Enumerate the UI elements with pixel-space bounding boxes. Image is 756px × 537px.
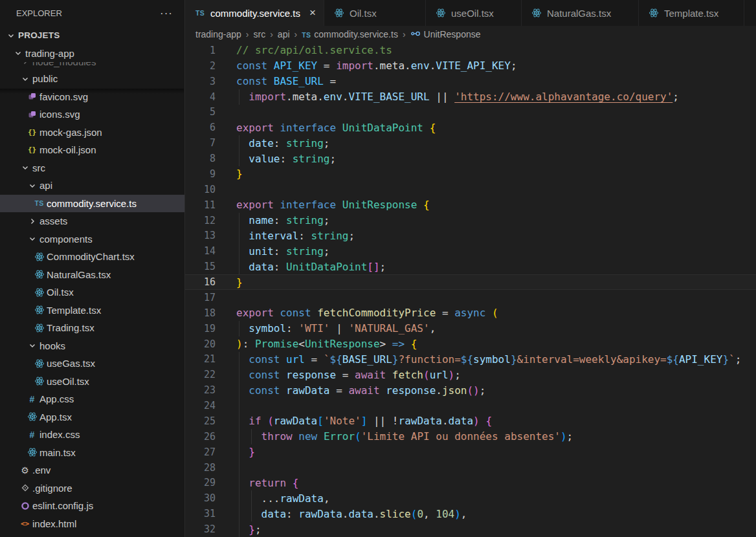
line-number-31[interactable]: 31 (185, 508, 216, 520)
tab-useoil-tsx[interactable]: useOil.tsx (426, 0, 522, 26)
code-line-30[interactable]: 30 ...rawData, (185, 490, 756, 506)
tree-item-mock-gas-json[interactable]: {}mock-gas.json (0, 124, 184, 142)
code-line-28[interactable]: 28 (185, 460, 756, 476)
line-number-20[interactable]: 20 (185, 338, 216, 350)
code-editor[interactable]: 1// src/api/oil.service.ts2const API_KEY… (185, 43, 756, 537)
line-number-18[interactable]: 18 (185, 307, 216, 319)
code-line-18[interactable]: 18export const fetchCommodityPrice = asy… (185, 305, 756, 321)
line-number-15[interactable]: 15 (185, 261, 216, 272)
code-line-2[interactable]: 2const API_KEY = import.meta.env.VITE_AP… (185, 58, 756, 74)
tree-item-usegas-tsx[interactable]: useGas.tsx (0, 355, 184, 373)
tab-naturalgas-tsx[interactable]: NaturalGas.tsx (522, 0, 639, 26)
breadcrumb-item-api[interactable]: api (278, 29, 290, 39)
line-number-27[interactable]: 27 (185, 446, 216, 458)
code-line-8[interactable]: 8 value: string; (185, 151, 756, 166)
tree-item-api[interactable]: api (0, 177, 184, 195)
tab-template-tsx[interactable]: Template.tsx (639, 0, 744, 26)
tree-item-app-css[interactable]: #App.css (0, 390, 184, 408)
code-line-6[interactable]: 6export interface UnitDataPoint { (185, 120, 756, 135)
tree-item-public[interactable]: public (0, 70, 184, 88)
code-line-24[interactable]: 24 (185, 398, 756, 413)
tree-item-commodity-service-ts[interactable]: TScommodity.service.ts (0, 195, 184, 213)
close-icon[interactable]: × (309, 8, 316, 17)
tree-item-trading-app[interactable]: trading-app (0, 45, 184, 63)
code-line-12[interactable]: 12 name: string; (185, 213, 756, 228)
line-number-11[interactable]: 11 (185, 199, 216, 211)
code-line-20[interactable]: 20): Promise<UnitResponse> => { (185, 336, 756, 352)
tree-item-index-css[interactable]: #index.css (0, 426, 184, 444)
line-number-29[interactable]: 29 (185, 477, 216, 488)
line-number-10[interactable]: 10 (185, 184, 216, 195)
code-line-9[interactable]: 9} (185, 166, 756, 182)
code-line-27[interactable]: 27 } (185, 444, 756, 460)
tree-item-projets[interactable]: PROJETS (0, 27, 184, 45)
tab-oil-tsx[interactable]: Oil.tsx (324, 0, 426, 26)
tree-item-components[interactable]: components (0, 230, 184, 248)
code-line-16[interactable]: 16} (185, 274, 756, 290)
line-number-30[interactable]: 30 (185, 492, 216, 504)
line-number-28[interactable]: 28 (185, 462, 216, 474)
line-number-14[interactable]: 14 (185, 245, 216, 257)
code-line-23[interactable]: 23 const rawData = await response.json()… (185, 382, 756, 398)
code-line-7[interactable]: 7 date: string; (185, 135, 756, 151)
tree-item-favicon-svg[interactable]: favicon.svg (0, 88, 184, 106)
tree-item-commoditychart-tsx[interactable]: CommodityChart.tsx (0, 248, 184, 266)
line-number-17[interactable]: 17 (185, 292, 216, 303)
tree-item-trading-tsx[interactable]: Trading.tsx (0, 319, 184, 337)
code-line-29[interactable]: 29 return { (185, 476, 756, 491)
tree-item-eslint-config-js[interactable]: eslint.config.js (0, 497, 184, 515)
tree-item-app-tsx[interactable]: App.tsx (0, 408, 184, 426)
code-line-1[interactable]: 1// src/api/oil.service.ts (185, 43, 756, 58)
tree-item-src[interactable]: src (0, 159, 184, 177)
line-number-12[interactable]: 12 (185, 215, 216, 226)
line-number-25[interactable]: 25 (185, 415, 216, 427)
line-number-6[interactable]: 6 (185, 122, 216, 133)
code-line-5[interactable]: 5 (185, 105, 756, 120)
breadcrumb-item-trading-app[interactable]: trading-app (195, 29, 241, 39)
tree-item-node-modules[interactable]: node_modules (0, 62, 184, 70)
code-line-13[interactable]: 13 interval: string; (185, 228, 756, 244)
tree-item-icons-svg[interactable]: icons.svg (0, 105, 184, 124)
line-number-21[interactable]: 21 (185, 353, 216, 365)
code-line-22[interactable]: 22 const response = await fetch(url); (185, 367, 756, 382)
line-number-26[interactable]: 26 (185, 431, 216, 443)
tree-item-naturalgas-tsx[interactable]: NaturalGas.tsx (0, 266, 184, 284)
line-number-2[interactable]: 2 (185, 60, 216, 72)
code-line-14[interactable]: 14 unit: string; (185, 243, 756, 259)
tree-item-index-html[interactable]: <>index.html (0, 515, 184, 533)
code-line-25[interactable]: 25 if (rawData['Note'] || !rawData.data)… (185, 413, 756, 429)
line-number-23[interactable]: 23 (185, 384, 216, 396)
tree-item-mock-oil-json[interactable]: {}mock-oil.json (0, 141, 184, 159)
code-line-15[interactable]: 15 data: UnitDataPoint[]; (185, 259, 756, 274)
breadcrumb-item-unitresponse[interactable]: UnitResponse (410, 28, 481, 41)
code-line-4[interactable]: 4 import.meta.env.VITE_BASE_URL || 'http… (185, 89, 756, 105)
line-number-24[interactable]: 24 (185, 400, 216, 411)
line-number-32[interactable]: 32 (185, 523, 216, 535)
tree-item-oil-tsx[interactable]: Oil.tsx (0, 283, 184, 301)
tree-item-hooks[interactable]: hooks (0, 337, 184, 355)
tree-item-assets[interactable]: assets (0, 212, 184, 230)
line-number-8[interactable]: 8 (185, 153, 216, 164)
line-number-16[interactable]: 16 (185, 276, 216, 288)
line-number-7[interactable]: 7 (185, 137, 216, 149)
code-line-11[interactable]: 11export interface UnitResponse { (185, 197, 756, 213)
breadcrumb-item-commodity-service-ts[interactable]: TScommodity.service.ts (302, 29, 398, 39)
line-number-9[interactable]: 9 (185, 168, 216, 180)
line-number-19[interactable]: 19 (185, 323, 216, 334)
breadcrumb-item-src[interactable]: src (254, 29, 266, 39)
line-number-22[interactable]: 22 (185, 369, 216, 380)
line-number-3[interactable]: 3 (185, 76, 216, 87)
tree-item-useoil-tsx[interactable]: useOil.tsx (0, 373, 184, 391)
tree-item-template-tsx[interactable]: Template.tsx (0, 301, 184, 320)
code-line-26[interactable]: 26 throw new Error('Limite API ou donnée… (185, 429, 756, 444)
code-line-31[interactable]: 31 data: rawData.data.slice(0, 104), (185, 506, 756, 521)
code-line-3[interactable]: 3const BASE_URL = (185, 74, 756, 89)
line-number-13[interactable]: 13 (185, 230, 216, 241)
code-line-17[interactable]: 17 (185, 290, 756, 305)
tree-item-env[interactable]: ⚙.env (0, 461, 184, 479)
code-line-19[interactable]: 19 symbol: 'WTI' | 'NATURAL_GAS', (185, 321, 756, 336)
line-number-5[interactable]: 5 (185, 106, 216, 118)
line-number-4[interactable]: 4 (185, 91, 216, 103)
more-actions-icon[interactable]: ··· (160, 10, 173, 17)
tree-item-gitignore[interactable]: .gitignore (0, 479, 184, 498)
